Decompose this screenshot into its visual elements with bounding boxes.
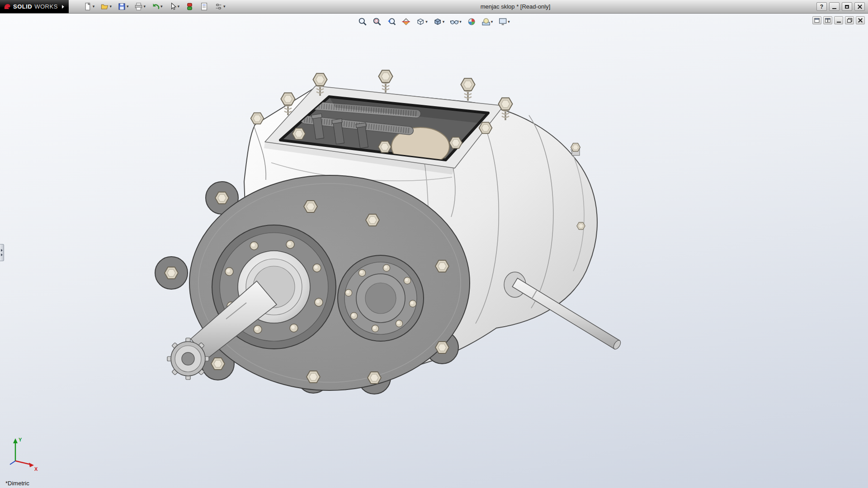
- solidworks-logo[interactable]: SOLIDWORKS: [0, 0, 69, 13]
- maximize-icon: [845, 5, 849, 9]
- headsup-view-toolbar: ▾▾▾▾▾: [357, 15, 511, 28]
- rebuild-icon: [185, 2, 194, 11]
- brand-text-bold: SOLID: [13, 3, 32, 10]
- undo-icon: [151, 2, 160, 11]
- dropdown-arrow-icon[interactable]: ▾: [160, 5, 163, 9]
- doc-window-button-2[interactable]: [823, 16, 832, 24]
- display-style-button[interactable]: ▾: [432, 15, 446, 28]
- select-icon: [169, 2, 177, 11]
- apply-scene-button[interactable]: ▾: [480, 15, 495, 28]
- rebuild-button[interactable]: [184, 0, 195, 13]
- main-toolbar: ▾▾▾▾▾▾▾: [69, 0, 227, 13]
- doc-close-button[interactable]: [856, 16, 865, 24]
- window-panes-icon: [825, 18, 830, 23]
- new-document-button[interactable]: ▾: [82, 0, 96, 13]
- dropdown-arrow-icon[interactable]: ▾: [109, 5, 112, 9]
- previous-view-icon: [387, 17, 396, 26]
- view-orientation-icon: [416, 17, 425, 26]
- view-settings-button[interactable]: ▾: [497, 15, 511, 28]
- hide-show-items-button[interactable]: ▾: [448, 15, 463, 28]
- print-icon: [134, 2, 143, 11]
- save-icon: [118, 2, 126, 11]
- section-view-icon: [401, 17, 410, 26]
- maximize-button[interactable]: [842, 2, 852, 11]
- close-icon: [858, 5, 862, 9]
- toolbar-overflow-icon[interactable]: [62, 5, 64, 9]
- window-title: menjac sklop * [Read-only]: [481, 0, 551, 13]
- open-icon: [100, 2, 109, 11]
- orientation-triad: Y X: [5, 435, 43, 473]
- undo-button[interactable]: ▾: [150, 0, 164, 13]
- minimize-button[interactable]: [829, 2, 840, 11]
- doc-close-icon: [858, 18, 863, 23]
- zoom-to-area-button[interactable]: [371, 15, 383, 28]
- file-properties-icon: [200, 2, 208, 11]
- doc-window-button-1[interactable]: [812, 16, 821, 24]
- zoom-to-fit-button[interactable]: [357, 15, 368, 28]
- doc-restore-button[interactable]: [845, 16, 854, 24]
- dropdown-arrow-icon[interactable]: ▾: [178, 5, 180, 9]
- help-button[interactable]: ?: [816, 2, 827, 11]
- ds-logo-icon: [4, 3, 11, 10]
- apply-scene-icon: [481, 17, 491, 26]
- dropdown-arrow-icon[interactable]: ▾: [93, 5, 95, 9]
- display-style-icon: [433, 17, 442, 26]
- dropdown-arrow-icon[interactable]: ▾: [425, 20, 428, 24]
- doc-restore-icon: [847, 18, 852, 23]
- doc-minimize-icon: [837, 22, 841, 23]
- graphics-viewport[interactable]: ▾▾▾▾▾: [0, 14, 868, 488]
- titlebar-controls: ?: [816, 2, 868, 11]
- section-view-button[interactable]: [400, 15, 412, 28]
- view-orientation-button[interactable]: ▾: [415, 15, 429, 28]
- edit-appearance-icon: [467, 17, 476, 26]
- titlebar: SOLIDWORKS ▾▾▾▾▾▾▾ menjac sklop * [Read-…: [0, 0, 868, 14]
- view-orientation-label: *Dimetric: [5, 480, 29, 487]
- options-icon: [214, 2, 223, 11]
- triad-x-label: X: [34, 466, 38, 472]
- open-button[interactable]: ▾: [99, 0, 113, 13]
- dropdown-arrow-icon[interactable]: ▾: [223, 5, 226, 9]
- dropdown-arrow-icon[interactable]: ▾: [127, 5, 129, 9]
- zoom-to-fit-icon: [358, 17, 367, 26]
- zoom-to-area-icon: [373, 17, 382, 26]
- doc-minimize-button[interactable]: [834, 16, 843, 24]
- file-properties-button[interactable]: [198, 0, 210, 13]
- window-pane-icon: [814, 18, 820, 23]
- model-canvas[interactable]: [0, 14, 868, 488]
- dropdown-arrow-icon[interactable]: ▾: [459, 20, 462, 24]
- new-document-icon: [84, 2, 92, 11]
- output-bearing-cover[interactable]: [338, 255, 424, 341]
- dropdown-arrow-icon[interactable]: ▾: [443, 20, 445, 24]
- minimize-icon: [832, 8, 836, 9]
- triad-y-label: Y: [19, 437, 22, 442]
- select-button[interactable]: ▾: [167, 0, 181, 13]
- dropdown-arrow-icon[interactable]: ▾: [508, 20, 510, 24]
- save-button[interactable]: ▾: [116, 0, 130, 13]
- brand-text-light: WORKS: [34, 3, 58, 10]
- print-button[interactable]: ▾: [133, 0, 147, 13]
- view-settings-icon: [498, 17, 507, 26]
- close-button[interactable]: [854, 2, 865, 11]
- hide-show-items-icon: [450, 17, 459, 26]
- previous-view-button[interactable]: [386, 15, 397, 28]
- options-button[interactable]: ▾: [213, 0, 227, 13]
- dropdown-arrow-icon[interactable]: ▾: [491, 20, 493, 24]
- dropdown-arrow-icon[interactable]: ▾: [143, 5, 146, 9]
- document-window-controls: [812, 16, 865, 24]
- edit-appearance-button[interactable]: [466, 15, 477, 28]
